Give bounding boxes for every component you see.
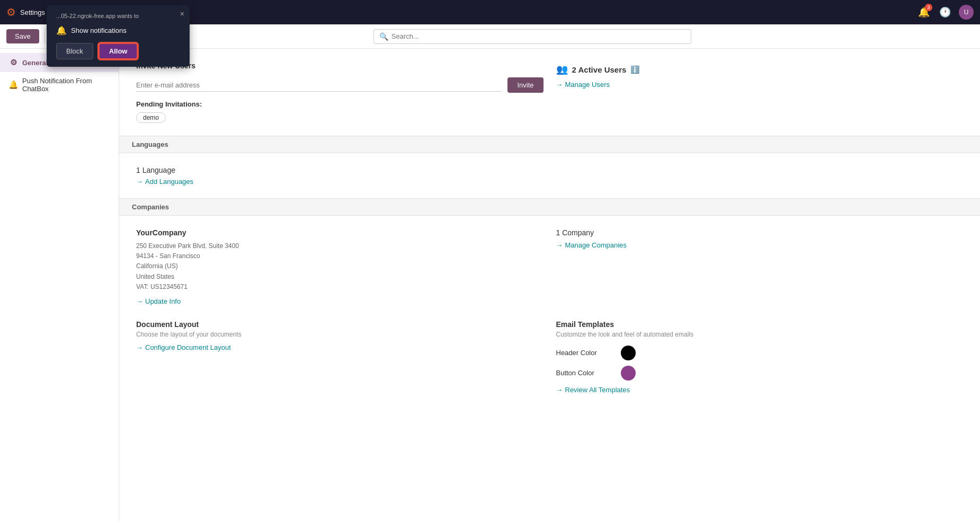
avatar[interactable]: U [959, 5, 974, 20]
arrow-icon: → [556, 386, 563, 394]
languages-section: 1 Language → Add Languages [119, 153, 980, 198]
search-wrapper: 🔍 [373, 29, 691, 44]
gear-icon: ⚙ [8, 58, 18, 67]
company-address: 250 Executive Park Blvd, Suite 3400 9413… [136, 241, 544, 292]
manage-users-label: Manage Users [565, 81, 610, 89]
bell-icon: 🔔 [8, 80, 18, 90]
sidebar-item-label: Push Notification From ChatBox [22, 77, 110, 93]
arrow-icon: → [136, 178, 143, 186]
clock-icon: 🕐 [939, 6, 951, 18]
search-input[interactable] [391, 32, 685, 40]
configure-doc-link[interactable]: → Configure Document Layout [136, 343, 544, 351]
sidebar: ⚙ General Settings 🔔 Push Notification F… [0, 49, 119, 521]
manage-companies-link[interactable]: → Manage Companies [556, 241, 964, 249]
languages-title: Languages [132, 140, 168, 148]
popup-header: 🔔 Show notifications [56, 25, 180, 36]
update-info-link[interactable]: → Update Info [136, 297, 544, 305]
invite-label: Invite New Users [136, 61, 544, 70]
pending-tag: demo [136, 112, 166, 123]
configure-doc-label: Configure Document Layout [145, 343, 231, 351]
manage-companies-label: Manage Companies [565, 241, 627, 249]
page-layout: ⚙ General Settings 🔔 Push Notification F… [0, 49, 980, 521]
notifications-button[interactable]: 🔔 3 [916, 5, 931, 20]
popup-actions: Block Allow [56, 43, 180, 59]
companies-section: YourCompany 250 Executive Park Blvd, Sui… [119, 216, 980, 407]
header-color-swatch[interactable] [621, 346, 636, 360]
arrow-icon: → [556, 81, 563, 89]
active-count: 2 Active Users [572, 65, 627, 74]
email-templates-title: Email Templates [556, 320, 964, 329]
arrow-icon: → [136, 297, 143, 305]
allow-button[interactable]: Allow [99, 43, 138, 59]
help-icon: ℹ️ [630, 65, 639, 74]
sidebar-item-push-notification[interactable]: 🔔 Push Notification From ChatBox [0, 72, 119, 98]
button-color-row: Button Color [556, 366, 964, 381]
active-users-row: 👥 2 Active Users ℹ️ [556, 64, 964, 75]
lang-count: 1 Language [136, 166, 963, 174]
email-input[interactable] [136, 79, 502, 92]
pending-tags: demo [136, 112, 544, 123]
email-templates-desc: Customize the look and feel of automated… [556, 331, 964, 338]
invite-panel: Invite New Users Invite Pending Invitati… [136, 61, 544, 123]
bell-icon: 🔔 [56, 25, 67, 36]
manage-users-link[interactable]: → Manage Users [556, 81, 964, 89]
companies-title: Companies [132, 203, 169, 211]
pending-label: Pending Invitations: [136, 100, 544, 108]
settings-icon: ⚙ [6, 6, 16, 19]
topbar-icons: 🔔 3 🕐 U [916, 5, 974, 20]
update-info-label: Update Info [145, 297, 181, 305]
clock-button[interactable]: 🕐 [938, 5, 952, 20]
block-button[interactable]: Block [56, 43, 93, 59]
button-color-swatch[interactable] [621, 366, 636, 381]
search-icon: 🔍 [379, 32, 388, 41]
company-name: YourCompany [136, 228, 544, 237]
notification-popup: × ...05-22.ngrok-free.app wants to 🔔 Sho… [47, 5, 190, 67]
main-content: Invite New Users Invite Pending Invitati… [119, 49, 980, 521]
languages-divider: Languages [119, 136, 980, 153]
review-templates-link[interactable]: → Review All Templates [556, 386, 964, 394]
popup-message: Show notifications [71, 27, 127, 34]
button-color-label: Button Color [556, 369, 614, 377]
company-count-panel: 1 Company → Manage Companies [556, 228, 964, 305]
popup-site-text: ...05-22.ngrok-free.app wants to [56, 13, 180, 19]
add-languages-link[interactable]: → Add Languages [136, 178, 963, 186]
add-languages-label: Add Languages [145, 178, 193, 186]
active-users-panel: 👥 2 Active Users ℹ️ → Manage Users [556, 61, 964, 123]
companies-divider: Companies [119, 198, 980, 216]
doc-email-grid: Document Layout Choose the layout of you… [136, 320, 963, 394]
close-icon[interactable]: × [180, 10, 184, 18]
invite-button[interactable]: Invite [507, 77, 543, 93]
save-button[interactable]: Save [6, 29, 39, 43]
arrow-icon: → [136, 343, 143, 351]
arrow-icon: → [556, 241, 563, 249]
review-templates-label: Review All Templates [565, 386, 630, 394]
search-bar: 🔍 [373, 29, 691, 44]
company-details: YourCompany 250 Executive Park Blvd, Sui… [136, 228, 544, 305]
doc-layout-panel: Document Layout Choose the layout of you… [136, 320, 544, 394]
users-icon: 👥 [556, 64, 568, 75]
users-grid: Invite New Users Invite Pending Invitati… [136, 61, 963, 123]
topbar: ⚙ Settings × ...05-22.ngrok-free.app wan… [0, 0, 980, 24]
companies-grid: YourCompany 250 Executive Park Blvd, Sui… [136, 228, 963, 305]
company-count: 1 Company [556, 228, 964, 237]
header-color-row: Header Color [556, 346, 964, 360]
invite-row: Invite [136, 77, 544, 93]
users-section: Invite New Users Invite Pending Invitati… [119, 49, 980, 136]
email-templates-panel: Email Templates Customize the look and f… [556, 320, 964, 394]
notification-badge: 3 [925, 4, 932, 11]
doc-layout-desc: Choose the layout of your documents [136, 331, 544, 338]
header-color-label: Header Color [556, 349, 614, 357]
doc-layout-title: Document Layout [136, 320, 544, 329]
